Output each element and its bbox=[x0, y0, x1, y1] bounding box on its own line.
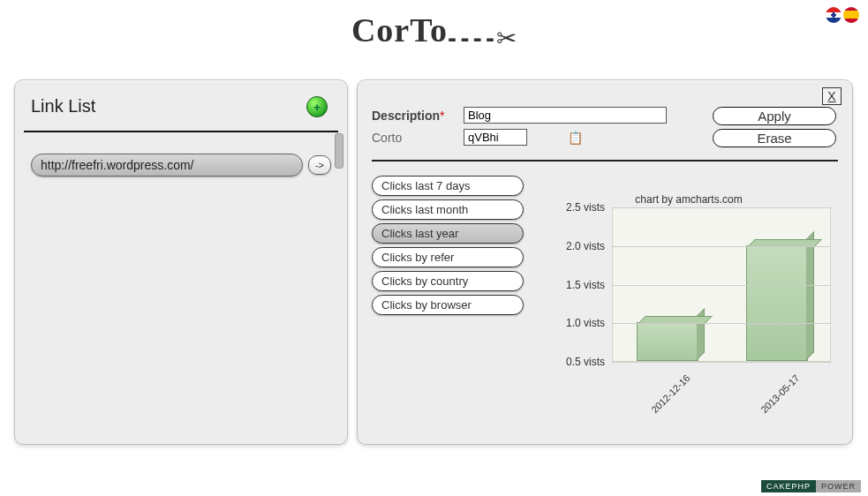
flag-en-icon[interactable] bbox=[826, 7, 842, 23]
divider bbox=[372, 160, 838, 162]
close-button[interactable]: X bbox=[822, 87, 842, 105]
erase-button[interactable]: Erase bbox=[713, 129, 836, 147]
footer-badge-left: CAKEPHP bbox=[761, 480, 816, 492]
y-tick-label: 1.5 vists bbox=[543, 279, 605, 291]
tab-clicks-month[interactable]: Clicks last month bbox=[372, 199, 524, 220]
tab-clicks-refer[interactable]: Clicks by refer bbox=[372, 247, 524, 267]
logo-text: CorTo bbox=[351, 11, 448, 49]
go-button[interactable]: -> bbox=[308, 155, 331, 175]
chart-tabs: Clicks last 7 days Clicks last month Cli… bbox=[372, 176, 524, 315]
y-tick-label: 1.0 vists bbox=[543, 317, 605, 329]
flag-es-icon[interactable] bbox=[843, 7, 859, 23]
logo-dashes: - - - - bbox=[448, 23, 493, 52]
chart-area: chart by amcharts.com 0.5 vists1.0 vists… bbox=[543, 193, 834, 432]
x-tick-label: 2013-05-17 bbox=[751, 372, 802, 424]
action-buttons: Apply Erase bbox=[713, 107, 836, 147]
description-input[interactable] bbox=[464, 107, 667, 124]
app-logo: CorTo- - - -✂ bbox=[0, 0, 868, 53]
y-tick-label: 0.5 vists bbox=[543, 356, 605, 368]
footer-badge-right: POWER bbox=[816, 480, 861, 492]
y-tick-label: 2.5 vists bbox=[543, 201, 605, 214]
chart-bar bbox=[746, 245, 808, 361]
language-flags bbox=[826, 7, 859, 23]
link-list-title: Link List bbox=[24, 96, 338, 116]
scissors-icon: ✂ bbox=[496, 24, 517, 53]
scrollbar[interactable] bbox=[335, 133, 343, 433]
corto-input[interactable] bbox=[464, 129, 527, 146]
divider bbox=[24, 131, 338, 132]
apply-button[interactable]: Apply bbox=[713, 107, 836, 125]
plus-icon: + bbox=[313, 101, 321, 114]
bar-chart: 0.5 vists1.0 vists1.5 vists2.0 vists2.5 … bbox=[543, 207, 834, 375]
y-tick-label: 2.0 vists bbox=[543, 240, 605, 252]
chart-bar bbox=[637, 322, 698, 361]
tab-clicks-country[interactable]: Clicks by country bbox=[372, 271, 524, 291]
link-url-pill[interactable]: http://freefri.wordpress.com/ bbox=[31, 154, 303, 177]
add-link-button[interactable]: + bbox=[306, 96, 328, 117]
link-list-panel: Link List + http://freefri.wordpress.com… bbox=[14, 79, 348, 445]
footer-badge: CAKEPHPPOWER bbox=[761, 480, 861, 492]
description-label: Description* bbox=[372, 109, 464, 123]
x-tick-label: 2012-12-16 bbox=[641, 372, 692, 424]
tab-clicks-year[interactable]: Clicks last year bbox=[372, 223, 524, 244]
corto-label: Corto bbox=[372, 131, 464, 145]
copy-icon[interactable]: 📋 bbox=[568, 131, 582, 145]
link-row: http://freefri.wordpress.com/ -> bbox=[24, 154, 338, 177]
tab-clicks-browser[interactable]: Clicks by browser bbox=[372, 295, 524, 315]
tab-clicks-7-days[interactable]: Clicks last 7 days bbox=[372, 176, 524, 196]
scrollbar-thumb[interactable] bbox=[335, 133, 343, 169]
detail-panel: X Description* Corto 📋 Apply Erase Click… bbox=[357, 79, 853, 445]
